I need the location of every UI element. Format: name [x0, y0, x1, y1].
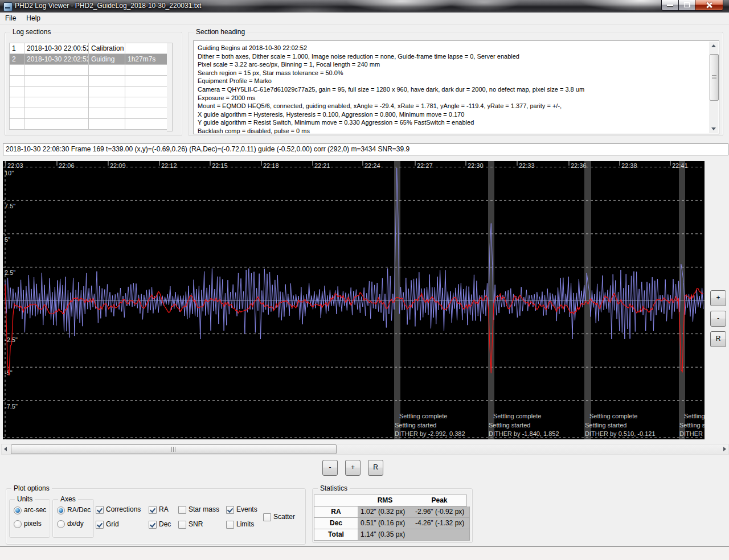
event-annotation: Settling started — [489, 422, 530, 429]
log-cell: 2018-10-30 22:02:52 — [24, 54, 89, 64]
minimize-button[interactable] — [661, 0, 679, 11]
x-tick-label: 22:09 — [110, 162, 126, 169]
titlebar[interactable]: PHD2 Log Viewer - PHD2_GuideLog_2018-10-… — [0, 0, 729, 13]
stats-row-label: RA — [314, 507, 358, 518]
radio-icon — [14, 520, 22, 528]
checkbox-events[interactable]: Events — [226, 506, 277, 514]
event-annotation: Settling — [684, 413, 705, 419]
heading-line: Pixel scale = 3.22 arc-sec/px, Binning =… — [198, 60, 707, 69]
checkbox-grid[interactable]: Grid — [96, 521, 147, 529]
radio-dx-dy[interactable]: dx/dy — [57, 520, 91, 528]
checkbox-icon — [263, 513, 271, 521]
arrow-left-icon — [4, 447, 7, 451]
thumb-grip-icon — [712, 75, 716, 79]
checkbox-star-mass[interactable]: Star mass — [178, 506, 230, 514]
hscroll-right-button[interactable] — [720, 444, 728, 453]
checkbox-corrections[interactable]: Corrections — [96, 506, 147, 514]
stats-value: 0.51" (0.16 px) — [358, 518, 416, 529]
restore-button[interactable] — [679, 0, 695, 11]
vzoom-reset-button[interactable]: R — [710, 331, 726, 347]
log-row — [10, 87, 167, 97]
scroll-up-button[interactable] — [709, 42, 718, 50]
radio-arc-sec[interactable]: arc-sec — [14, 507, 48, 514]
checkbox-label: Events — [236, 506, 257, 513]
minimize-icon — [667, 5, 673, 6]
vzoom-out-button[interactable]: - — [710, 311, 726, 327]
y-tick-label: -7.5" — [5, 403, 18, 410]
checkbox-snr[interactable]: SNR — [178, 521, 230, 529]
log-cell: 2018-10-30 22:00:52 — [24, 43, 89, 53]
radio-ra-dec[interactable]: RA/Dec — [57, 507, 91, 514]
stats-row-label: Total — [314, 529, 358, 541]
checkbox-icon — [149, 521, 157, 529]
menu-item-file[interactable]: File — [0, 13, 21, 24]
arrow-down-icon — [711, 127, 716, 130]
y-tick-label: 2.5" — [5, 269, 15, 276]
x-tick-label: 22:33 — [519, 162, 535, 169]
guide-chart[interactable]: 10"7.5"5"2.5"-2.5"-5"-7.5"22:0322:0622:0… — [3, 161, 705, 439]
checkbox-label: Dec — [159, 521, 171, 528]
event-annotation: Settling complete — [493, 413, 541, 419]
x-tick-label: 22:06 — [59, 162, 75, 169]
stats-value: 1.02" (0.32 px) — [358, 507, 416, 518]
hzoom-reset-button[interactable]: R — [368, 460, 383, 476]
vzoom-in-button[interactable]: + — [710, 290, 726, 306]
hscroll-thumb[interactable] — [11, 444, 337, 454]
section-heading-text[interactable]: Guiding Begins at 2018-10-30 22:02:52Dit… — [193, 40, 719, 134]
scroll-down-button[interactable] — [709, 124, 718, 133]
scrollbar-thumb[interactable] — [710, 54, 719, 101]
log-cell — [24, 65, 89, 75]
stats-value: -4.26" (-1.32 px) — [412, 518, 470, 529]
log-cell — [10, 65, 24, 75]
stats-value — [412, 529, 470, 541]
x-tick-label: 22:21 — [314, 162, 330, 169]
heading-line: Equipment Profile = Marko — [198, 77, 707, 85]
heading-line: Mount = EQMOD HEQ5/6, connected, guiding… — [198, 102, 707, 110]
log-cell — [10, 119, 24, 129]
log-row[interactable]: 12018-10-30 22:00:52Calibration — [10, 43, 167, 54]
statistics-group: Statistics RMSPeakRA1.02" (0.32 px)-2.96… — [312, 488, 473, 543]
log-cell — [10, 87, 24, 97]
log-row[interactable]: 22018-10-30 22:02:52Guiding1h27m7s — [10, 54, 167, 65]
horizontal-scrollbar[interactable] — [1, 444, 729, 455]
event-annotation: Settling complete — [399, 413, 447, 419]
stats-header — [314, 495, 358, 507]
plot-options-group: Plot options Units arc-secpixels Axes RA… — [6, 488, 306, 545]
checkbox-label: Grid — [106, 521, 119, 528]
radio-label: dx/dy — [67, 520, 84, 528]
log-cell — [89, 119, 125, 129]
heading-line: Exposure = 2000 ms — [198, 94, 707, 102]
log-cell — [89, 97, 125, 108]
window-controls — [661, 0, 723, 11]
checkbox-scatter[interactable]: Scatter — [263, 513, 314, 521]
log-row — [10, 108, 167, 119]
log-cell — [125, 97, 167, 108]
heading-line: Guiding Begins at 2018-10-30 22:02:52 — [198, 44, 707, 52]
hscroll-left-button[interactable] — [2, 444, 10, 453]
checkbox-icon — [226, 521, 234, 529]
heading-line: X guide algorithm = Hysteresis, Hysteres… — [198, 110, 707, 119]
checkbox-icon — [96, 521, 104, 529]
radio-label: RA/Dec — [67, 507, 91, 514]
plot-options-label: Plot options — [11, 484, 52, 492]
log-sections-scrollbar[interactable] — [167, 43, 173, 131]
window-frame-bottom — [0, 547, 729, 560]
stats-value: 1.14" (0.35 px) — [358, 529, 416, 541]
hzoom-out-button[interactable]: - — [322, 460, 338, 476]
checkbox-limits[interactable]: Limits — [226, 521, 277, 529]
window-title: PHD2 Log Viewer - PHD2_GuideLog_2018-10-… — [15, 2, 201, 10]
radio-label: arc-sec — [24, 507, 46, 514]
x-tick-label: 22:03 — [7, 162, 23, 169]
section-heading-scrollbar[interactable] — [709, 42, 718, 133]
radio-pixels[interactable]: pixels — [14, 520, 48, 528]
hzoom-in-button[interactable]: + — [345, 460, 361, 476]
close-button[interactable] — [695, 0, 723, 11]
radio-icon — [14, 507, 22, 514]
checkbox-icon — [178, 506, 186, 514]
log-sections-table: 12018-10-30 22:00:52Calibration22018-10-… — [9, 43, 168, 130]
menu-item-help[interactable]: Help — [21, 13, 46, 24]
log-cell — [89, 65, 125, 75]
log-cell — [24, 76, 89, 86]
log-row — [10, 97, 167, 108]
heading-line: Backlash comp = disabled, pulse = 0 ms — [198, 127, 707, 134]
